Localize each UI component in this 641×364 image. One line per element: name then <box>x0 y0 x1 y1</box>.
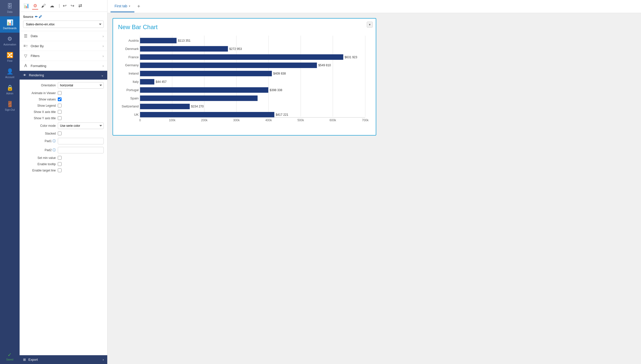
svg-rect-15 <box>140 54 343 60</box>
data-chevron-icon: › <box>102 34 104 38</box>
export-chevron-icon: › <box>103 358 104 361</box>
chart-title: New Bar Chart <box>118 24 371 31</box>
svg-rect-12 <box>140 46 228 52</box>
tab-dropdown-icon[interactable]: ▾ <box>129 5 130 8</box>
svg-rect-35 <box>140 112 274 117</box>
menu-item-filters[interactable]: ▽ Filters › <box>20 51 107 61</box>
source-section: Source ✏ 🖊 Sales-demo-en.xlsx <box>20 12 107 31</box>
cloud-icon[interactable]: ☁ <box>49 2 55 10</box>
tab-first[interactable]: First tab ▾ <box>111 1 134 12</box>
svg-rect-18 <box>140 63 317 68</box>
svg-rect-27 <box>140 87 268 93</box>
orientation-select[interactable]: horizontal vertical <box>58 82 104 89</box>
menu-item-formatting[interactable]: A Formatting › <box>20 61 107 71</box>
admin-nav-icon: 🔒 <box>7 85 13 91</box>
eye-icon: 👁 <box>23 73 26 77</box>
animate-row: Animate in Viewer <box>23 91 104 95</box>
nav-label-automation: Automation <box>4 43 16 46</box>
settings-icon[interactable]: ⚙ <box>32 2 38 10</box>
menu-item-data[interactable]: ☰ Data › <box>20 31 107 41</box>
nav-label-admin: Admin <box>6 92 13 95</box>
show-values-row: Show values <box>23 97 104 101</box>
formatting-chevron-icon: › <box>102 64 104 68</box>
svg-text:400k: 400k <box>265 118 272 122</box>
svg-text:$409 838: $409 838 <box>273 72 286 75</box>
chart-container: New Bar Chart ▾ Austria $113 351 <box>113 18 376 136</box>
undo-icon[interactable]: ↩ <box>62 2 68 10</box>
enable-tooltip-checkbox[interactable] <box>58 162 62 166</box>
chart-dropdown-button[interactable]: ▾ <box>367 22 373 28</box>
svg-rect-21 <box>140 71 272 76</box>
dashboards-nav-icon: 📊 <box>7 19 13 26</box>
bar-chart-icon[interactable]: 📊 <box>23 2 30 10</box>
add-tab-button[interactable]: + <box>134 2 143 11</box>
stacked-row: Stacked <box>23 132 104 135</box>
svg-text:UK: UK <box>134 113 139 116</box>
svg-text:600k: 600k <box>330 118 336 122</box>
nav-item-data[interactable]: 🗄 Data <box>0 0 20 16</box>
enable-target-row: Enable target line <box>23 168 104 172</box>
left-navigation: 🗄 Data 📊 Dashboards ⚙ Automation 🔀 Flow … <box>0 0 20 364</box>
svg-text:300k: 300k <box>233 118 240 122</box>
panel-toolbar: 📊 ⚙ 🖌 ☁ | ↩ ↪ ⇄ <box>20 0 107 12</box>
edit-pencil-icon[interactable]: ✏ <box>35 15 38 19</box>
automation-nav-icon: ⚙ <box>7 36 12 42</box>
svg-text:Portugal: Portugal <box>126 88 139 92</box>
svg-rect-32 <box>140 104 190 109</box>
set-min-row: Set min value <box>23 156 104 160</box>
show-legend-checkbox[interactable] <box>58 104 62 107</box>
show-x-axis-checkbox[interactable] <box>58 110 62 114</box>
rendering-header[interactable]: 👁 Rendering ⌄ <box>20 71 107 80</box>
nav-item-dashboards[interactable]: 📊 Dashboards <box>0 16 20 33</box>
enable-target-checkbox[interactable] <box>58 168 62 172</box>
set-min-checkbox[interactable] <box>58 156 62 160</box>
nav-item-automation[interactable]: ⚙ Automation <box>0 33 20 49</box>
chart-area: New Bar Chart ▾ Austria $113 351 <box>108 13 641 364</box>
pad1-row: Pad1 ⓘ 10 <box>23 138 104 144</box>
svg-rect-30 <box>140 95 257 101</box>
nav-item-signout[interactable]: 🚪 Sign-Out <box>0 98 20 114</box>
stacked-checkbox[interactable] <box>58 132 62 135</box>
rendering-body: Orientation horizontal vertical Animate … <box>20 80 107 177</box>
svg-text:200k: 200k <box>201 118 208 122</box>
source-select[interactable]: Sales-demo-en.xlsx <box>23 21 104 28</box>
pad2-help-icon[interactable]: ⓘ <box>52 148 56 152</box>
export-icon: ⊞ <box>23 358 26 361</box>
show-y-axis-checkbox[interactable] <box>58 116 62 120</box>
arrows-icon[interactable]: ⇄ <box>77 2 83 10</box>
show-x-axis-row: Show X axis title <box>23 110 104 114</box>
main-content: First tab ▾ + New Bar Chart ▾ <box>108 0 641 364</box>
tab-bar: First tab ▾ + <box>108 0 641 13</box>
orderby-menu-icon: ≡↑ <box>23 44 28 48</box>
menu-item-orderby[interactable]: ≡↑ Order By › <box>20 41 107 51</box>
animate-checkbox[interactable] <box>58 91 62 95</box>
nav-item-flow[interactable]: 🔀 Flow <box>0 49 20 65</box>
svg-text:Denmark: Denmark <box>125 47 139 51</box>
svg-text:Ireland: Ireland <box>129 72 139 75</box>
show-values-checkbox[interactable] <box>58 97 62 101</box>
export-item[interactable]: ⊞ Export › <box>20 355 107 364</box>
color-mode-select[interactable]: Use serie color Custom <box>58 123 104 129</box>
nav-label-flow: Flow <box>7 59 12 62</box>
saved-status: ✓ Saved <box>5 349 14 364</box>
svg-text:$272 953: $272 953 <box>229 47 242 51</box>
pad1-help-icon[interactable]: ⓘ <box>52 139 56 143</box>
pad1-input[interactable]: 10 <box>58 138 104 144</box>
edit-link-icon[interactable]: 🖊 <box>39 15 42 19</box>
svg-text:Germany: Germany <box>125 63 139 67</box>
svg-text:$549 810: $549 810 <box>318 64 331 67</box>
redo-icon[interactable]: ↪ <box>70 2 75 10</box>
show-legend-row: Show Legend <box>23 104 104 107</box>
svg-text:$154 270: $154 270 <box>191 105 204 108</box>
svg-rect-9 <box>140 38 176 43</box>
pad2-input[interactable]: 20 <box>58 147 104 153</box>
brush-icon[interactable]: 🖌 <box>40 2 47 10</box>
nav-label-account: Account <box>5 76 14 79</box>
svg-text:$417 221: $417 221 <box>276 113 288 116</box>
enable-tooltip-row: Enable tooltip <box>23 162 104 166</box>
nav-item-admin[interactable]: 🔒 Admin <box>0 82 20 98</box>
show-y-axis-row: Show Y axis title <box>23 116 104 120</box>
filters-menu-icon: ▽ <box>23 53 28 58</box>
svg-text:$631 923: $631 923 <box>345 55 357 59</box>
nav-item-account[interactable]: 👤 Account <box>0 65 20 82</box>
